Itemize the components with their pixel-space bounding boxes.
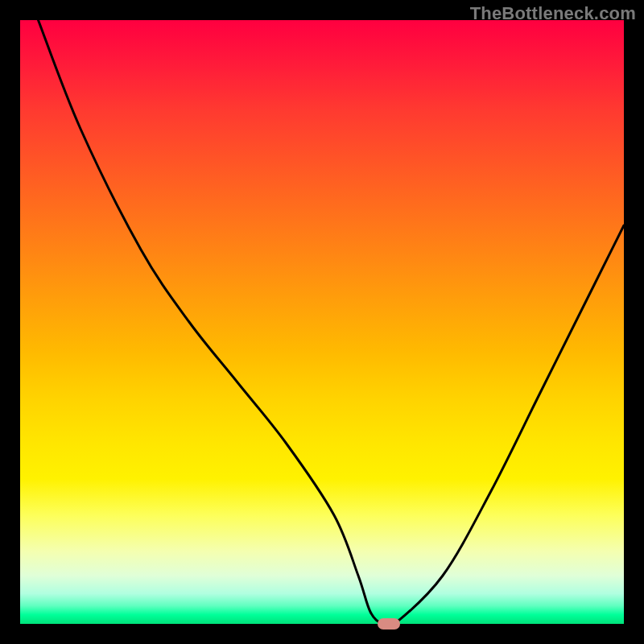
chart-frame: TheBottleneck.com (0, 0, 644, 644)
watermark-text: TheBottleneck.com (470, 3, 636, 24)
optimal-marker (378, 618, 400, 630)
bottleneck-curve (20, 20, 624, 624)
